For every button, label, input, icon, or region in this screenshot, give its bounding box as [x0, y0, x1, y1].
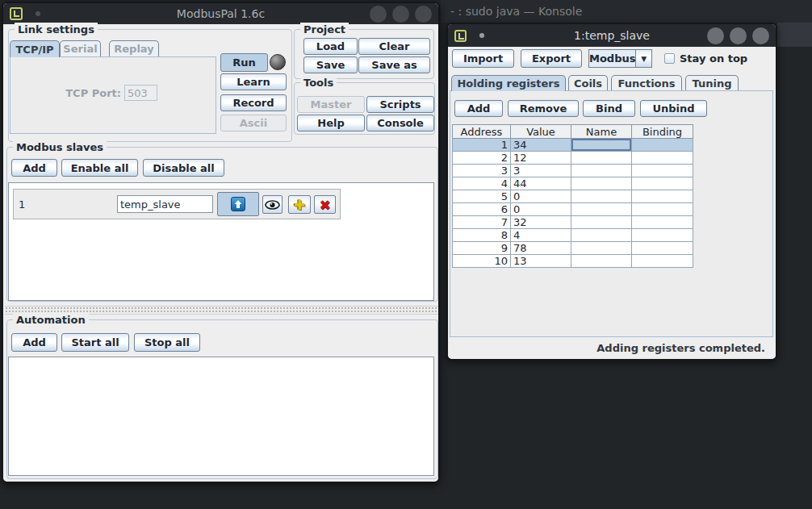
cell-binding[interactable] — [632, 216, 693, 229]
column-header-binding[interactable]: Binding — [632, 125, 693, 139]
cell-binding[interactable] — [632, 229, 693, 242]
close-button[interactable] — [415, 6, 432, 23]
record-button[interactable]: Record — [220, 94, 287, 111]
slave-name-field[interactable] — [117, 195, 213, 213]
cell-address[interactable]: 6 — [453, 203, 511, 216]
cell-name[interactable] — [571, 242, 632, 255]
window-menu-icon[interactable] — [10, 7, 23, 20]
tab-functions[interactable]: Functions — [611, 75, 682, 90]
load-button[interactable]: Load — [303, 38, 358, 55]
cell-address[interactable]: 9 — [453, 242, 511, 255]
table-row[interactable]: 9 78 — [453, 242, 693, 255]
cell-address[interactable]: 5 — [453, 190, 511, 203]
table-row[interactable]: 4 44 — [453, 177, 693, 190]
run-button[interactable]: Run — [220, 53, 268, 72]
close-button[interactable] — [752, 27, 769, 44]
cell-name[interactable] — [571, 255, 632, 268]
cell-address[interactable]: 3 — [453, 165, 511, 177]
cell-binding[interactable] — [632, 190, 693, 203]
register-bind-button[interactable]: Bind — [583, 100, 635, 117]
cell-value[interactable]: 0 — [511, 190, 571, 203]
save-button[interactable]: Save — [303, 56, 358, 73]
cell-value[interactable]: 34 — [511, 139, 571, 152]
cell-name[interactable] — [571, 229, 632, 242]
cell-value[interactable]: 0 — [511, 203, 571, 216]
tab-tuning[interactable]: Tuning — [685, 75, 739, 90]
cell-value[interactable]: 4 — [511, 229, 571, 242]
cell-name[interactable] — [571, 216, 632, 229]
cell-value[interactable]: 32 — [511, 216, 571, 229]
slave-add-register-button[interactable]: ✚ — [288, 195, 311, 214]
slave-delete-button[interactable]: ✖ — [314, 195, 336, 214]
table-row[interactable]: 3 3 — [453, 165, 693, 177]
cell-name[interactable] — [571, 152, 632, 165]
export-button[interactable]: Export — [521, 49, 582, 68]
cell-address[interactable]: 7 — [453, 216, 511, 229]
maximize-button[interactable] — [730, 27, 747, 44]
tab-coils[interactable]: Coils — [568, 75, 608, 90]
stay-on-top-checkbox[interactable] — [664, 53, 675, 64]
cell-address[interactable]: 1 — [453, 139, 511, 152]
automation-add-button[interactable]: Add — [11, 333, 57, 352]
save-as-button[interactable]: Save as — [358, 56, 430, 73]
register-add-button[interactable]: Add — [454, 100, 503, 117]
help-button[interactable]: Help — [297, 115, 365, 131]
clear-button[interactable]: Clear — [358, 38, 430, 55]
column-header-address[interactable]: Address — [453, 125, 511, 139]
cell-name[interactable] — [571, 203, 632, 216]
table-row[interactable]: 7 32 — [453, 216, 693, 229]
table-row[interactable]: 10 13 — [453, 255, 693, 268]
cell-address[interactable]: 2 — [453, 152, 511, 165]
cell-value[interactable]: 13 — [511, 255, 571, 268]
cell-address[interactable]: 8 — [453, 229, 511, 242]
tab-tcpip[interactable]: TCP/IP — [10, 40, 60, 57]
cell-binding[interactable] — [632, 165, 693, 177]
table-row[interactable]: 1 34 — [453, 139, 693, 152]
konsole-titlebar[interactable]: - : sudo java — Konsole — [441, 0, 812, 23]
register-unbind-button[interactable]: Unbind — [640, 100, 707, 117]
modbuspal-titlebar[interactable]: ModbusPal 1.6c — [3, 3, 438, 24]
slave-add-button[interactable]: Add — [11, 159, 57, 177]
cell-binding[interactable] — [632, 152, 693, 165]
minimize-button[interactable] — [370, 6, 387, 23]
cell-binding[interactable] — [632, 203, 693, 216]
cell-name[interactable] — [571, 177, 632, 190]
chevron-down-icon[interactable]: ▼ — [635, 49, 652, 68]
slave-enable-toggle[interactable] — [217, 192, 259, 216]
scripts-button[interactable]: Scripts — [366, 96, 434, 113]
minimize-button[interactable] — [707, 27, 724, 44]
cell-name[interactable] — [571, 190, 632, 203]
start-all-button[interactable]: Start all — [61, 333, 129, 352]
cell-name[interactable] — [571, 165, 632, 177]
column-header-name[interactable]: Name — [571, 125, 632, 139]
table-row[interactable]: 8 4 — [453, 229, 693, 242]
disable-all-button[interactable]: Disable all — [143, 159, 224, 177]
table-row[interactable]: 2 12 — [453, 152, 693, 165]
cell-binding[interactable] — [632, 255, 693, 268]
cell-value[interactable]: 3 — [511, 165, 571, 177]
import-button[interactable]: Import — [452, 49, 514, 68]
slave-titlebar[interactable]: 1:temp_slave — [448, 24, 776, 47]
cell-address[interactable]: 4 — [453, 177, 511, 190]
learn-button[interactable]: Learn — [220, 73, 287, 90]
window-menu-icon[interactable] — [454, 30, 467, 42]
cell-binding[interactable] — [632, 177, 693, 190]
cell-name[interactable] — [571, 139, 632, 152]
cell-binding[interactable] — [632, 242, 693, 255]
slave-visibility-button[interactable] — [262, 195, 283, 214]
stay-on-top-label[interactable]: Stay on top — [680, 52, 747, 65]
cell-value[interactable]: 44 — [511, 177, 571, 190]
mode-combobox[interactable]: Modbus ▼ — [588, 49, 652, 68]
cell-value[interactable]: 78 — [511, 242, 571, 255]
tab-holding-registers[interactable]: Holding registers — [451, 75, 566, 91]
cell-binding[interactable] — [632, 139, 693, 152]
console-button[interactable]: Console — [366, 115, 434, 131]
enable-all-button[interactable]: Enable all — [61, 159, 138, 177]
column-header-value[interactable]: Value — [511, 125, 571, 139]
maximize-button[interactable] — [392, 6, 409, 23]
register-remove-button[interactable]: Remove — [508, 100, 579, 117]
cell-value[interactable]: 12 — [511, 152, 571, 165]
cell-address[interactable]: 10 — [453, 255, 511, 268]
table-row[interactable]: 5 0 — [453, 190, 693, 203]
table-row[interactable]: 6 0 — [453, 203, 693, 216]
